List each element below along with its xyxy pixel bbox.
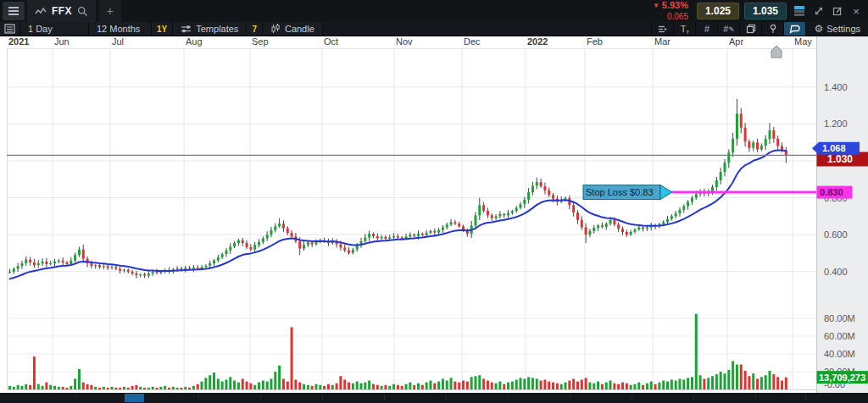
range-select[interactable]: 12 Months: [89, 22, 152, 36]
templates-button[interactable]: Templates: [173, 22, 247, 36]
svg-text:Feb: Feb: [587, 36, 603, 47]
depth-indicator-icon: [794, 6, 804, 16]
volume-bars: [8, 314, 787, 389]
reset-chart-button[interactable]: [771, 46, 782, 58]
svg-text:40.00M: 40.00M: [824, 349, 855, 359]
menu-button[interactable]: [3, 2, 25, 20]
bottom-bar-divider: [198, 395, 199, 401]
pointer-tool-button[interactable]: [783, 22, 805, 36]
ma-value-tag: 1.068: [812, 142, 860, 155]
scrollbar-segment[interactable]: [125, 394, 144, 402]
duplicate-button[interactable]: [739, 22, 761, 36]
svg-text:1.200: 1.200: [824, 119, 848, 129]
grid-icon: #: [704, 24, 709, 34]
settings-button[interactable]: ⚙ Settings: [805, 22, 868, 36]
bottom-bar-divider: [446, 395, 447, 401]
price-volume-chart[interactable]: 2021JunJulAugSepOctNovDec2022FebMarAprMa…: [0, 36, 868, 393]
bottom-bar-divider: [693, 395, 694, 401]
chart-canvas[interactable]: 2021JunJulAugSepOctNovDec2022FebMarAprMa…: [0, 36, 868, 393]
sliders-icon: [181, 25, 192, 33]
svg-text:Apr: Apr: [729, 36, 743, 47]
bottom-bar-divider: [260, 395, 261, 401]
pin-icon: [768, 24, 778, 34]
settings-label: Settings: [826, 24, 860, 34]
symbol-tab[interactable]: FFX: [27, 0, 96, 22]
moving-average-line[interactable]: [10, 151, 787, 279]
layers-icon: [746, 24, 756, 34]
new-tab-button[interactable]: +: [99, 0, 121, 22]
list-icon: [4, 24, 15, 34]
bottom-bar-divider: [805, 395, 806, 401]
bottom-bar-divider: [75, 395, 75, 401]
gear-icon: ⚙: [814, 23, 823, 35]
bottom-bar-divider: [570, 395, 570, 401]
svg-text:Nov: Nov: [396, 36, 413, 47]
close-window-button[interactable]: ×: [849, 3, 864, 19]
chart-type-label: Candle: [285, 24, 314, 34]
svg-text:Oct: Oct: [324, 36, 338, 47]
popout-window-button[interactable]: [830, 3, 845, 19]
svg-text:13,709,273: 13,709,273: [819, 373, 865, 383]
chart-type-button[interactable]: Candle: [263, 22, 323, 36]
svg-text:0.600: 0.600: [824, 229, 848, 240]
down-triangle-icon: ▼: [653, 2, 659, 9]
bottom-bar-divider: [755, 395, 756, 401]
svg-text:2022: 2022: [527, 36, 548, 47]
order-board-icon: [657, 25, 668, 34]
chart-window-titlebar: FFX + ▼5.93% 0.065 1.025 1.035 ×: [0, 0, 868, 22]
chart-list-button[interactable]: [0, 22, 20, 36]
svg-text:1.068: 1.068: [822, 143, 846, 153]
text-tool-icon: Tт: [681, 24, 689, 34]
bid-price-button[interactable]: 1.025: [697, 3, 739, 19]
hamburger-icon: [8, 7, 19, 8]
svg-text:Jun: Jun: [54, 36, 70, 47]
svg-text:2021: 2021: [8, 36, 29, 47]
interval-select[interactable]: 1 Day: [20, 22, 89, 36]
templates-label: Templates: [196, 24, 238, 34]
bottom-bar-divider: [632, 395, 632, 401]
svg-text:1.030: 1.030: [827, 153, 853, 165]
chart-line-icon: [35, 7, 47, 16]
ask-price-button[interactable]: 1.035: [744, 3, 787, 19]
expand-window-button[interactable]: [811, 3, 826, 19]
draw-tool-button[interactable]: #✎: [717, 22, 739, 36]
bottom-bar-divider: [508, 395, 509, 401]
popout-icon: [832, 6, 843, 16]
pointer-tool-icon: [789, 25, 800, 34]
svg-text:0.830: 0.830: [820, 187, 843, 197]
symbol-label: FFX: [52, 5, 72, 17]
range-badge[interactable]: 1Y: [152, 22, 173, 36]
candles: [8, 99, 787, 279]
svg-text:Sep: Sep: [252, 36, 269, 47]
bottom-bar-divider: [384, 395, 385, 401]
x-axis-labels: 2021JunJulAugSepOctNovDec2022FebMarAprMa…: [8, 36, 812, 47]
bottom-bar-divider: [322, 395, 323, 401]
gridlines: [7, 48, 816, 390]
order-board-button[interactable]: [651, 22, 673, 36]
candle-icon: [270, 24, 281, 34]
stop-loss-order[interactable]: Stop Loss $0.83: [583, 185, 816, 200]
svg-text:Jul: Jul: [112, 36, 124, 47]
svg-text:Aug: Aug: [186, 36, 203, 47]
svg-text:60.00M: 60.00M: [824, 331, 855, 341]
chart-bottom-bar[interactable]: [0, 393, 868, 403]
volume-value-tag: 13,709,273: [817, 371, 868, 384]
stop-loss-price-tag: 0.830: [817, 186, 853, 199]
search-icon[interactable]: [77, 6, 88, 17]
change-absolute: 0.065: [667, 12, 688, 22]
templates-badge[interactable]: 7: [247, 22, 263, 36]
toolbar-right-group: Tт # #✎ ⚙ Settings: [651, 22, 868, 36]
text-tool-button[interactable]: Tт: [673, 22, 695, 36]
change-percent: 5.93%: [662, 0, 688, 10]
svg-text:Dec: Dec: [464, 36, 481, 47]
quote-change-block: ▼5.93% 0.065: [653, 0, 688, 22]
svg-text:80.00M: 80.00M: [824, 313, 855, 323]
draw-tools-icon: #✎: [723, 24, 735, 34]
svg-text:May: May: [794, 36, 812, 47]
chart-toolbar: 1 Day 12 Months 1Y Templates 7 Candle: [0, 22, 868, 36]
expand-arrows-icon: [814, 6, 824, 16]
svg-text:Stop Loss $0.83: Stop Loss $0.83: [586, 187, 654, 197]
svg-text:Mar: Mar: [654, 36, 670, 47]
grid-tool-button[interactable]: #: [695, 22, 717, 36]
pin-tool-button[interactable]: [761, 22, 783, 36]
